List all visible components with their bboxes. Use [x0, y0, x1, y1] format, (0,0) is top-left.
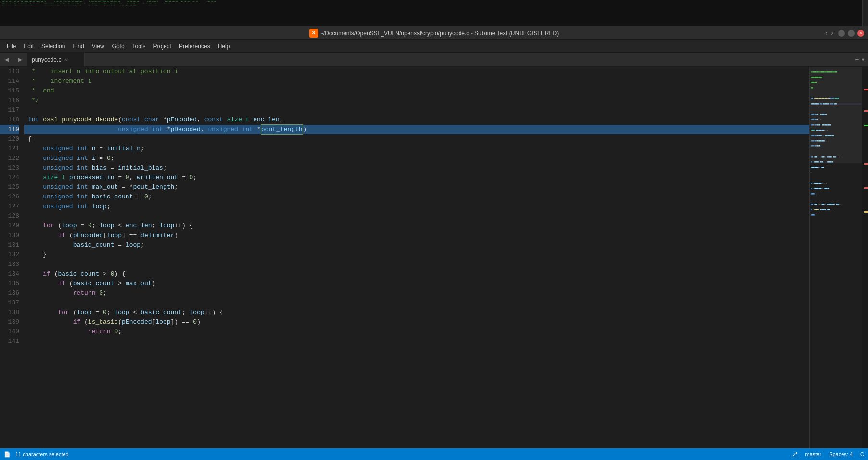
menu-goto[interactable]: Goto	[108, 41, 128, 51]
ok-indicator-1	[864, 125, 868, 126]
gutter-line-118: 118	[0, 115, 19, 125]
titlebar-title: ~/Documents/OpenSSL_VULN/openssl/crypto/…	[320, 30, 559, 37]
gutter-line-141: 141	[0, 337, 19, 346]
code-line-114: * increment i	[24, 77, 809, 86]
gutter-line-130: 130	[0, 231, 19, 240]
titlebar-controls: − □ ✕	[838, 30, 864, 37]
menu-help[interactable]: Help	[214, 41, 234, 51]
gutter-line-135: 135	[0, 279, 19, 289]
chevron-right-icon[interactable]: ›	[830, 29, 834, 37]
code-line-139: if (is_basic(pEncoded[loop]) == 0)	[24, 317, 809, 327]
menu-find[interactable]: Find	[69, 41, 88, 51]
menu-view[interactable]: View	[88, 41, 108, 51]
top-scroll-area: SSSSSSSSSSSSS EEEEEEEEEEEEEEEEEEE CCCCCC…	[0, 0, 868, 26]
selection-status: 11 characters selected	[15, 451, 69, 457]
top-scroll-content: SSSSSSSSSSSSS EEEEEEEEEEEEEEEEEEE CCCCCC…	[0, 0, 862, 26]
gutter-line-134: 134	[0, 269, 19, 279]
gutter-line-122: 122	[0, 154, 19, 163]
tab-close-button[interactable]: ×	[64, 57, 67, 63]
gutter-line-133: 133	[0, 260, 19, 269]
code-line-128	[24, 211, 809, 221]
gutter-line-119: 119	[0, 125, 19, 134]
tab-actions: + ▾	[852, 53, 868, 66]
close-button[interactable]: ✕	[857, 30, 864, 37]
app-icon: S	[309, 29, 318, 38]
gutter-line-139: 139	[0, 317, 19, 327]
chevron-left-icon[interactable]: ‹	[824, 29, 828, 37]
tab-punycode[interactable]: punycode.c ×	[27, 53, 85, 66]
gutter-line-140: 140	[0, 327, 19, 337]
code-line-121: unsigned int n = initial_n;	[24, 144, 809, 154]
gutter-line-131: 131	[0, 240, 19, 250]
maximize-button[interactable]: □	[848, 30, 855, 37]
code-line-122: unsigned int i = 0;	[24, 154, 809, 163]
error-indicator-3	[864, 163, 868, 165]
minimap-line-22: ██ (████████(████████[████]) == 0)	[811, 209, 861, 211]
error-indicator-2	[864, 110, 868, 112]
titlebar: S ~/Documents/OpenSSL_VULN/openssl/crypt…	[0, 26, 868, 40]
code-line-124: size_t processed_in = 0, written_out = 0…	[24, 173, 809, 183]
gutter-line-117: 117	[0, 105, 19, 115]
code-line-141	[24, 337, 809, 346]
code-line-136: return 0;	[24, 289, 809, 298]
minimize-button[interactable]: −	[838, 30, 845, 37]
menu-preferences[interactable]: Preferences	[175, 41, 214, 51]
right-indicators	[862, 67, 868, 448]
top-scroll-line-3: S:::::::::E:::::::::::E C:::CU:::CU U:::…	[2, 5, 860, 7]
code-line-140: return 0;	[24, 327, 809, 337]
menu-edit[interactable]: Edit	[20, 41, 38, 51]
gutter-line-125: 125	[0, 183, 19, 192]
gutter-line-113: 113	[0, 67, 19, 77]
menu-project[interactable]: Project	[150, 41, 175, 51]
code-line-138: for (loop = 0; loop < basic_count; loop+…	[24, 308, 809, 317]
tab-list-icon[interactable]: ▾	[861, 55, 865, 64]
branch-icon: ⎇	[791, 451, 798, 458]
gutter-line-124: 124	[0, 173, 19, 183]
code-line-119: unsigned int *pDecoded, unsigned int *po…	[24, 125, 809, 134]
menu-tools[interactable]: Tools	[128, 41, 150, 51]
code-line-125: unsigned int max_out = *pout_length;	[24, 183, 809, 192]
menu-selection[interactable]: Selection	[38, 41, 69, 51]
titlebar-chevrons: ‹ ›	[824, 29, 834, 37]
minimap-line-18: ██ (███████████ > 0) {	[811, 183, 861, 184]
gutter-line-120: 120	[0, 134, 19, 144]
code-line-120: {	[24, 134, 809, 144]
minimap-viewport[interactable]	[810, 67, 862, 163]
top-scroll-right	[862, 0, 868, 26]
new-tab-icon[interactable]: +	[855, 56, 859, 64]
spaces-indicator: Spaces: 4	[829, 451, 853, 457]
code-editor[interactable]: * insert n into output at position i * i…	[24, 67, 809, 448]
minimap-line-23: ██████ 0;	[811, 214, 861, 216]
gutter-line-123: 123	[0, 163, 19, 173]
gutter-line-138: 138	[0, 308, 19, 317]
tab-nav-prev[interactable]: ◀	[0, 53, 13, 66]
code-line-133	[24, 260, 809, 269]
code-line-131: basic_count = loop;	[24, 240, 809, 250]
gutter-line-115: 115	[0, 86, 19, 96]
error-indicator-4	[864, 187, 868, 189]
code-line-116: */	[24, 96, 809, 105]
menu-file[interactable]: File	[3, 41, 20, 51]
statusbar-right: ⎇ master Spaces: 4 C	[791, 451, 865, 458]
editor-container: 113 114 115 116 117 118 119 120 121 122 …	[0, 67, 868, 448]
minimap-line-17: }	[811, 172, 861, 174]
code-line-117	[24, 105, 809, 115]
menubar: File Edit Selection Find View Goto Tools…	[0, 40, 868, 53]
minimap-line-16: ███████████ = ████;	[811, 167, 861, 169]
code-line-118: int ossl_punycode_decode(const char *pEn…	[24, 115, 809, 125]
gutter-line-126: 126	[0, 192, 19, 202]
minimap-line-19: ██ (███████████ > ███████)	[811, 188, 861, 190]
tab-nav-next[interactable]: ▶	[13, 53, 27, 66]
gutter-line-137: 137	[0, 298, 19, 308]
line-number-gutter: 113 114 115 116 117 118 119 120 121 122 …	[0, 67, 24, 448]
gutter-line-116: 116	[0, 96, 19, 105]
branch-name: master	[805, 451, 822, 457]
code-line-126: unsigned int basic_count = 0;	[24, 192, 809, 202]
code-line-129: for (loop = 0; loop < enc_len; loop++) {	[24, 221, 809, 231]
gutter-line-132: 132	[0, 250, 19, 260]
gutter-line-114: 114	[0, 77, 19, 86]
gutter-line-129: 129	[0, 221, 19, 231]
minimap: ████████████████████████████████ ███████…	[809, 67, 862, 448]
gutter-line-127: 127	[0, 202, 19, 211]
encoding-indicator: C	[860, 451, 864, 457]
